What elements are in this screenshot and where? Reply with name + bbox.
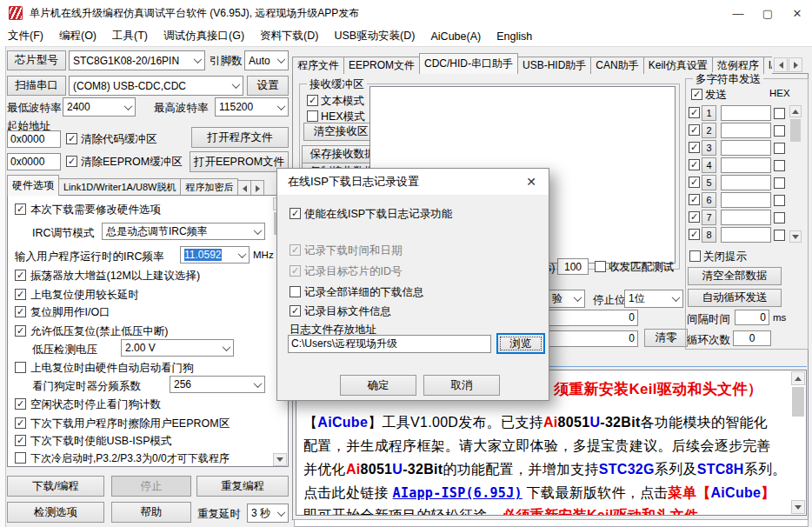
menu-debug-interface[interactable]: 调试仿真接口(G) [156, 29, 252, 43]
menu-downloads[interactable]: 资料下载(D) [252, 29, 326, 43]
pin-count-combo[interactable]: Auto [244, 50, 289, 70]
clear-all-data-button[interactable]: 清空全部数据 [688, 267, 782, 285]
browse-button[interactable]: 浏览 [496, 333, 545, 354]
tab-usb-hid-assistant[interactable]: USB-HID助手 [517, 57, 591, 74]
serial-port-combo[interactable]: (COM8) USB-CDC,CDC [69, 76, 243, 96]
row-hex-checkbox[interactable] [774, 143, 785, 154]
clear-code-checkbox[interactable] [66, 133, 77, 144]
row-hex-checkbox[interactable] [774, 195, 785, 206]
tab-scroll-right-icon[interactable] [789, 57, 802, 72]
send-row-checkbox[interactable] [689, 107, 700, 118]
send-row-button[interactable]: 5 [702, 175, 716, 190]
menu-usb-driver[interactable]: USB驱动安装(D) [326, 29, 423, 43]
menu-tools[interactable]: 工具(T) [104, 29, 156, 43]
send-row-checkbox[interactable] [689, 177, 700, 188]
chip-type-combo[interactable]: STC8G1K08-20/16PIN [69, 50, 205, 70]
send-row-checkbox[interactable] [689, 159, 700, 170]
hex-mode-checkbox[interactable] [307, 110, 318, 122]
send-row-button[interactable]: 3 [702, 140, 716, 156]
wdt-div-combo[interactable]: 256 [170, 376, 265, 393]
send-row-input[interactable] [721, 140, 771, 156]
irc-freq-combo[interactable]: 11.0592 [180, 246, 250, 264]
tab-program-encrypt[interactable]: 程序加密后 [180, 178, 238, 196]
send-row-input[interactable] [721, 123, 771, 138]
scrollbar-thumb[interactable] [792, 387, 804, 417]
auto-loop-send-button[interactable]: 自动循环发送 [688, 289, 782, 307]
chip-type-button[interactable]: 芯片型号 [7, 50, 66, 70]
log-path-input[interactable] [288, 335, 491, 353]
send-row-input[interactable] [721, 157, 771, 173]
row-hex-checkbox[interactable] [774, 177, 785, 189]
port-settings-button[interactable]: 设置 [247, 76, 289, 96]
send-all-checkbox[interactable] [691, 89, 702, 100]
tab-can-assistant[interactable]: CAN助手 [590, 57, 643, 74]
clear-receive-button[interactable]: 清空接收区 [303, 123, 378, 141]
send-row-button[interactable]: 6 [702, 192, 716, 208]
lvd-voltage-combo[interactable]: 2.00 V [121, 339, 234, 357]
cold-boot-checkbox[interactable] [15, 452, 26, 464]
min-baud-combo[interactable]: 2400 [63, 97, 136, 117]
tab-scroll-left-icon[interactable] [774, 57, 788, 72]
repeat-program-button[interactable]: 重复编程 [196, 476, 289, 497]
menu-program[interactable]: 编程(O) [51, 29, 104, 43]
send-row-checkbox[interactable] [689, 229, 700, 240]
match-test-checkbox[interactable] [595, 261, 606, 272]
maximize-icon[interactable]: ▢ [753, 0, 782, 26]
download-program-button[interactable]: 下载/编程 [7, 476, 104, 497]
repeat-delay-combo[interactable]: 3 秒 [247, 504, 289, 523]
reset-io-checkbox[interactable] [15, 306, 26, 317]
irc-mode-combo[interactable]: 总是动态调节IRC频率 [102, 223, 265, 240]
row-hex-checkbox[interactable] [774, 230, 785, 241]
menu-english[interactable]: English [489, 30, 540, 43]
text-mode-checkbox[interactable] [307, 95, 318, 106]
usb-isp-checkbox[interactable] [15, 435, 26, 446]
tab-offline-writer[interactable]: Link1D/Writer1A/U8W脱机 [58, 178, 181, 196]
menu-aicube[interactable]: AiCube(A) [423, 30, 489, 43]
tab-hardware-options[interactable]: 硬件选项 [7, 175, 59, 196]
send-row-checkbox[interactable] [689, 142, 700, 153]
send-row-input[interactable] [721, 105, 771, 121]
ok-button[interactable]: 确定 [340, 375, 416, 396]
row-hex-checkbox[interactable] [774, 212, 785, 223]
tab-scroll-right-icon[interactable] [250, 180, 264, 196]
log-detail-checkbox[interactable] [290, 286, 301, 297]
download-link[interactable]: AIapp-ISP(6.95J) [393, 485, 522, 501]
scrollbar-thumb[interactable] [790, 119, 801, 142]
modify-hw-checkbox[interactable] [15, 203, 26, 215]
send-row-button[interactable]: 7 [702, 210, 716, 225]
lvd-reset-checkbox[interactable] [15, 325, 26, 337]
max-baud-combo[interactable]: 115200 [215, 97, 289, 117]
eeprom-address-input[interactable] [7, 153, 61, 170]
loop-count-input[interactable] [733, 330, 771, 346]
osc-gain-checkbox[interactable] [15, 270, 26, 281]
cancel-button[interactable]: 取消 [423, 375, 500, 396]
send-row-button[interactable]: 8 [702, 227, 716, 243]
code-address-input[interactable] [7, 130, 61, 148]
menu-file[interactable]: 文件(F) [0, 29, 51, 43]
send-row-button[interactable]: 4 [702, 157, 716, 173]
tab-io-config[interactable]: I/O口配置 [763, 57, 772, 74]
scroll-down-icon[interactable] [789, 230, 802, 243]
scroll-down-icon[interactable] [273, 453, 287, 466]
send-row-button[interactable]: 2 [702, 123, 716, 138]
close-icon[interactable]: ✕ [514, 169, 549, 195]
tab-program-file[interactable]: 程序文件 [292, 57, 344, 74]
minimize-icon[interactable]: — [723, 0, 753, 26]
help-button[interactable]: 帮助 [111, 502, 191, 523]
send-row-button[interactable]: 1 [702, 105, 716, 121]
check-options-button[interactable]: 检测选项 [7, 502, 104, 523]
wdt-idle-checkbox[interactable] [15, 398, 26, 410]
open-program-file-button[interactable]: 打开程序文件 [191, 127, 289, 148]
por-delay-checkbox[interactable] [15, 289, 26, 300]
log-file-info-checkbox[interactable] [290, 305, 301, 317]
tab-scroll-left-icon[interactable] [237, 180, 251, 196]
tab-examples[interactable]: 范例程序 [712, 57, 764, 74]
interval-input[interactable] [735, 310, 769, 325]
match-count-input[interactable] [557, 258, 589, 275]
tab-cdc-hid-serial-assistant[interactable]: CDC/HID-串口助手 [419, 53, 518, 74]
wdt-auto-checkbox[interactable] [15, 362, 26, 373]
scroll-down-icon[interactable] [791, 500, 805, 514]
send-row-input[interactable] [721, 192, 771, 208]
scroll-up-icon[interactable] [791, 371, 805, 385]
row-hex-checkbox[interactable] [774, 125, 785, 137]
